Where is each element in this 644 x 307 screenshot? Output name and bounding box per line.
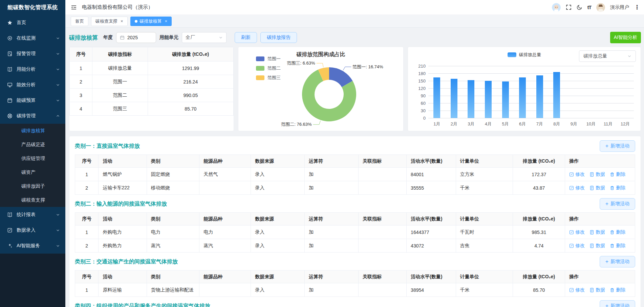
monitor-icon (7, 82, 13, 88)
summary-row: 4范围三85.70 (70, 102, 234, 116)
data-link[interactable]: 数据 (589, 229, 605, 235)
activity-row: 1原料运输货物上游运输和配送录入加38954千米85.70修改数据删除 (75, 283, 635, 297)
tab-home[interactable]: 首页 (71, 17, 88, 26)
tab-label: 碳核查支撑 (95, 18, 117, 24)
summary-cell: 3 (70, 89, 92, 102)
bar-slot-1 (428, 66, 446, 118)
sidebar-item-energy-efficiency-analysis[interactable]: 能效分析 (0, 77, 65, 93)
tab-close-icon[interactable]: × (121, 19, 123, 24)
add-activity-label: 新增活动 (610, 259, 629, 265)
refresh-button[interactable]: 刷新 (235, 32, 257, 43)
bar-month-6[interactable] (519, 77, 526, 118)
activity-cell: 录入 (251, 226, 305, 239)
x-tick-label: 1月 (428, 121, 446, 127)
summary-cell: 85.70 (148, 102, 233, 116)
sidebar-subitem-carbon-emission-factors[interactable]: 碳排放因子 (0, 179, 65, 193)
delete-link[interactable]: 删除 (610, 229, 625, 235)
activity-cell: 2 (75, 181, 99, 195)
sidebar-item-carbon-management[interactable]: 碳排管理 (0, 108, 65, 124)
bar-month-5[interactable] (502, 81, 509, 118)
activity-col-header: 排放量 (tCO₂e) (513, 270, 565, 283)
bar-month-2[interactable] (451, 79, 457, 118)
legend-label: 范围一 (267, 56, 281, 62)
add-activity-button[interactable]: +新增活动 (600, 140, 635, 152)
data-link[interactable]: 数据 (589, 287, 605, 293)
sidebar-item-online-monitoring[interactable]: 在线监测 (0, 30, 65, 46)
pie-legend-item-范围三[interactable]: 范围三 (256, 75, 281, 81)
sidebar-item-energy-carbon-budget[interactable]: 能碳预算 (0, 93, 65, 108)
activity-cell: 2 (75, 239, 99, 253)
add-activity-button[interactable]: +新增活动 (600, 300, 635, 307)
sidebar-collapse-icon[interactable] (71, 4, 77, 10)
activity-cell: 43.87 (513, 181, 565, 195)
sidebar-item-home[interactable]: 首页 (0, 15, 65, 30)
tab-carbon-verification-support[interactable]: 碳核查支撑× (91, 17, 128, 26)
data-link[interactable]: 数据 (589, 171, 605, 178)
data-link[interactable]: 数据 (589, 243, 605, 249)
dark-mode-icon[interactable] (577, 4, 582, 10)
edit-link[interactable]: 修改 (569, 185, 585, 191)
tab-carbon-accounting[interactable]: 碳排放核算× (130, 17, 172, 26)
more-menu-icon[interactable]: ⋮ (634, 4, 640, 11)
pie-legend-item-范围二[interactable]: 范围二 (256, 65, 281, 71)
topbar: 电器制造股份有限公司（演示） tT 演示用户 ⋮ (65, 0, 644, 15)
activity-actions-cell: 修改数据删除 (565, 283, 635, 297)
bar-month-1[interactable] (433, 77, 440, 118)
sidebar-item-energy-use-analysis[interactable]: 用能分析 (0, 62, 65, 77)
data-link[interactable]: 数据 (589, 185, 605, 191)
year-input[interactable]: 2025 (116, 32, 156, 43)
y-tick-label: 90 (413, 93, 426, 98)
activity-col-header: 能源品种 (199, 270, 251, 283)
emission-report-button[interactable]: 碳排放报告 (260, 32, 297, 43)
bar-month-7[interactable] (536, 75, 543, 118)
sidebar-item-data-entry[interactable]: 数据录入 (0, 222, 65, 238)
chevron-down-icon (56, 52, 60, 56)
activity-cell: 蒸汽 (199, 239, 251, 253)
edit-link[interactable]: 修改 (569, 229, 585, 235)
sidebar-subitem-product-carbon-footprint[interactable]: 产品碳足迹 (0, 138, 65, 151)
edit-link[interactable]: 修改 (569, 243, 585, 249)
add-activity-button[interactable]: +新增活动 (600, 198, 635, 210)
bar-month-8[interactable] (553, 72, 560, 118)
bar-month-4[interactable] (485, 81, 492, 118)
sidebar-item-alarm-management[interactable]: 报警管理 (0, 46, 65, 62)
sidebar-subitem-carbon-verification-support[interactable]: 碳核查支撑 (0, 193, 65, 207)
edit-link[interactable]: 修改 (569, 171, 585, 178)
activity-row: 1外购电力电力电力录入加1644377千瓦时985.31修改数据删除 (75, 226, 635, 239)
assistant-avatar[interactable] (552, 3, 561, 12)
pie-legend-item-范围一[interactable]: 范围一 (256, 56, 281, 62)
ai-analysis-button[interactable]: AI智能分析 (610, 32, 641, 43)
activity-col-header: 关联指标 (358, 155, 406, 168)
activity-cell (199, 181, 251, 195)
delete-link[interactable]: 删除 (610, 185, 625, 191)
bar-month-3[interactable] (468, 80, 474, 118)
metric-select[interactable]: 碳排放总量 (579, 50, 636, 62)
sidebar-subitem-carbon-accounting[interactable]: 碳排放核算 (0, 124, 65, 138)
pie-chart-card: 碳排放范围构成占比 范围一: 16.74%范围二: 76.63%范围三: 6.6… (238, 47, 404, 131)
x-tick-label: 4月 (480, 121, 497, 127)
font-size-icon[interactable]: tT (587, 5, 591, 10)
pie-slice-label: 范围一: 16.74% (352, 64, 383, 70)
tab-close-icon[interactable]: × (165, 19, 168, 24)
add-activity-button[interactable]: +新增活动 (600, 256, 635, 267)
sidebar-subitem-supply-chain-management[interactable]: 供应链管理 (0, 151, 65, 165)
activity-cell: 移动燃烧 (147, 181, 199, 195)
activity-cell: 电力 (147, 226, 199, 239)
emission-summary-table: 序号碳排放指标碳排放量 (tCO₂e)1碳排放总量1291.992范围一216.… (69, 47, 234, 116)
pie-slice-label: 范围三: 6.63% (287, 60, 315, 66)
delete-link[interactable]: 删除 (610, 171, 625, 178)
fullscreen-icon[interactable] (566, 4, 572, 10)
sidebar-subitem-carbon-assets[interactable]: 碳资产 (0, 165, 65, 179)
bars-container (428, 66, 634, 118)
edit-link[interactable]: 修改 (569, 287, 585, 293)
delete-link[interactable]: 删除 (610, 287, 625, 293)
activity-col-header: 数据来源 (251, 213, 305, 226)
sidebar-item-statistical-reports[interactable]: 统计报表 (0, 207, 65, 222)
x-tick-label: 3月 (463, 121, 480, 127)
metric-select-value: 碳排放总量 (583, 53, 607, 59)
activity-col-header: 计量单位 (456, 155, 513, 168)
user-avatar[interactable] (596, 3, 605, 12)
unit-select[interactable]: 全厂 (182, 32, 227, 43)
sidebar-item-ai-services[interactable]: AI智能服务 (0, 238, 65, 254)
delete-link[interactable]: 删除 (610, 243, 625, 249)
